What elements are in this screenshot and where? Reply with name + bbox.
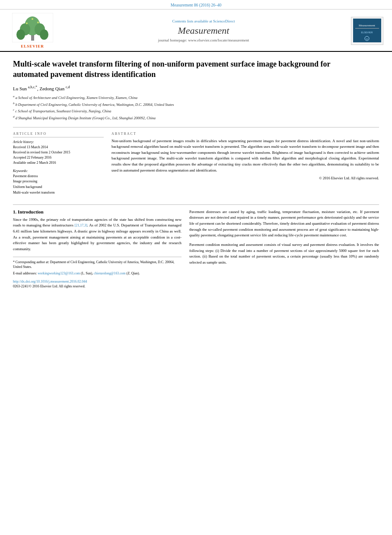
svg-point-7 [26, 22, 28, 24]
footnote-corresponding: * Corresponding author at: Department of… [13, 260, 182, 270]
article-title: Multi-scale wavelet transform filtering … [13, 59, 379, 80]
page-container: Measurement 86 (2016) 26–40 [0, 0, 392, 535]
svg-rect-1 [31, 35, 34, 41]
article-body: Multi-scale wavelet transform filtering … [0, 52, 392, 293]
article-info: ARTICLE INFO Article history: Received 1… [13, 132, 104, 199]
doi-link[interactable]: http://dx.doi.org/10.1016/j.measurement.… [13, 280, 182, 283]
measurement-badge-svg: Measurement ELSEVIER M [353, 19, 381, 42]
authors: Lu Sun a,b,c,*, Zedong Qian c,d [13, 85, 379, 91]
section-divider [13, 204, 379, 205]
footnote-email: E-mail addresses: workingworking123@163.… [13, 271, 182, 276]
email-label: E-mail addresses: [13, 271, 37, 275]
abstract-text: Non-uniform background of pavement image… [112, 138, 379, 174]
affiliation-a: a a School of Architecture and Civil Eng… [13, 94, 379, 101]
affiliation-c: c c School of Transportation, Southeast … [13, 108, 379, 114]
footnotes: * Corresponding author at: Department of… [13, 257, 182, 276]
copyright-line: © 2016 Elsevier Ltd. All rights reserved… [112, 176, 379, 180]
top-bar: Measurement 86 (2016) 26–40 [0, 0, 392, 10]
online-date: Available online 2 March 2016 [13, 160, 104, 166]
keyword-4: Multi-scale wavelet transform [13, 190, 104, 196]
svg-rect-12 [355, 28, 379, 29]
svg-point-8 [37, 22, 39, 23]
measurement-badge: Measurement ELSEVIER M [351, 17, 383, 45]
contents-line: Contents lists available at ScienceDirec… [61, 19, 347, 23]
email2-link[interactable]: chienzedong@163.com [94, 271, 126, 275]
svg-point-6 [40, 29, 48, 40]
journal-ref-link[interactable]: Measurement 86 (2016) 26–40 [171, 3, 221, 7]
sciencedirect-link[interactable]: ScienceDirect [213, 19, 235, 23]
email2-person: (Z. Qian). [127, 271, 140, 275]
elsevier-logo: ELSEVIER [9, 13, 56, 48]
history-text: Received 13 March 2014 Received in revis… [13, 145, 104, 166]
svg-point-9 [32, 18, 33, 20]
journal-homepage: journal homepage: www.elsevier.com/locat… [61, 38, 347, 42]
email1-person: (L. Sun), [81, 271, 93, 275]
keyword-2: Image processing [13, 179, 104, 185]
svg-text:ELSEVIER: ELSEVIER [361, 31, 373, 34]
journal-title: Measurement [61, 25, 347, 36]
keyword-1: Pavement distress [13, 174, 104, 179]
article-info-abstract: ARTICLE INFO Article history: Received 1… [13, 127, 379, 199]
intro-para1: Since the 1990s, the primary role of tra… [13, 217, 182, 252]
main-two-col: 1. Introduction Since the 1990s, the pri… [13, 209, 379, 289]
abstract-title: ABSTRACT [112, 132, 379, 136]
right-para2: Pavement condition monitoring and assess… [189, 242, 379, 266]
keywords-list: Pavement distress Image processing Unifo… [13, 174, 104, 196]
main-left: 1. Introduction Since the 1990s, the pri… [13, 209, 182, 289]
affiliations: a a School of Architecture and Civil Eng… [13, 94, 379, 121]
history-title: Article history: [13, 140, 104, 144]
email1-link[interactable]: workingworking123@163.com [38, 271, 80, 275]
footer-links: http://dx.doi.org/10.1016/j.measurement.… [13, 280, 182, 288]
article-history: Article history: Received 13 March 2014 … [13, 140, 104, 166]
elsevier-tree-svg [12, 13, 53, 42]
affiliation-d: d d Shanghai Municipal Engineering Desig… [13, 115, 379, 121]
svg-point-5 [16, 29, 25, 40]
keywords-title: Keywords: [13, 169, 104, 173]
journal-center: Contents lists available at ScienceDirec… [61, 19, 347, 42]
keywords-section: Keywords: Pavement distress Image proces… [13, 169, 104, 196]
abstract-col: ABSTRACT Non-uniform background of pavem… [112, 132, 379, 199]
affiliation-b: b b Department of Civil Engineering, Cat… [13, 101, 379, 108]
ref-1[interactable]: [21,17,3] [75, 223, 87, 227]
contents-text: Contents lists available at [172, 19, 212, 23]
intro-heading: 1. Introduction [13, 209, 182, 214]
main-right: Pavement distresses are caused by aging,… [189, 209, 379, 289]
svg-text:Measurement: Measurement [359, 24, 375, 27]
right-para1: Pavement distresses are caused by aging,… [189, 209, 379, 239]
journal-header: ELSEVIER Contents lists available at Sci… [0, 10, 392, 52]
accepted-date: Accepted 22 February 2016 [13, 155, 104, 160]
received-date: Received 13 March 2014 [13, 145, 104, 150]
elsevier-brand-text: ELSEVIER [9, 44, 56, 48]
issn-text: 0263-2241/© 2016 Elsevier Ltd. All right… [13, 284, 182, 288]
keyword-3: Uniform background [13, 185, 104, 190]
article-info-title: ARTICLE INFO [13, 132, 104, 137]
svg-text:M: M [366, 38, 368, 40]
revised-date: Received in revised form 2 October 2015 [13, 150, 104, 155]
